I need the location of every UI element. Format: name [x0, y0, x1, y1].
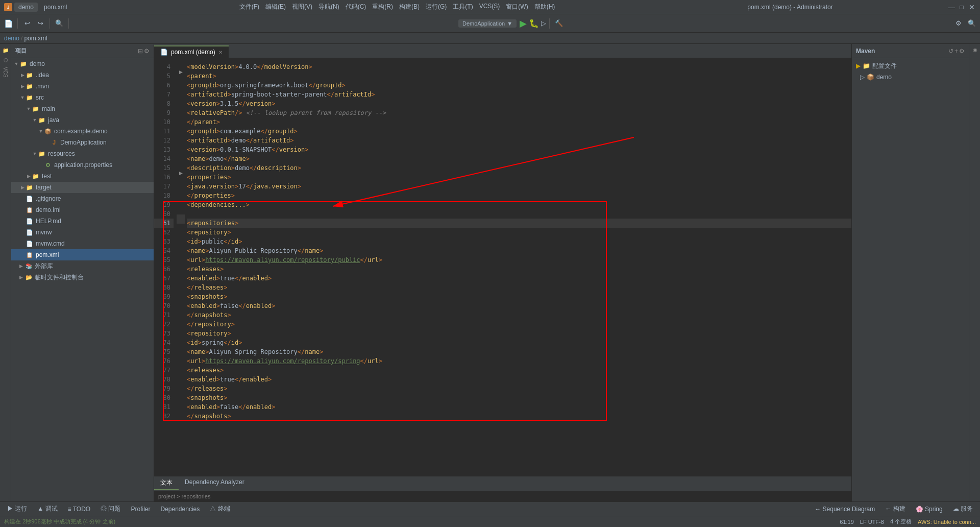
- menu-item-f[interactable]: 文件(F): [236, 2, 262, 12]
- search-button[interactable]: 🔍: [53, 17, 65, 30]
- close-button[interactable]: ✕: [968, 3, 976, 11]
- search-everywhere-button[interactable]: 🔍: [966, 17, 978, 30]
- bottom-tab-0[interactable]: ▶ 运行: [2, 502, 32, 515]
- bottom-tab-5[interactable]: Dependencies: [156, 504, 205, 515]
- sidebar-project-icon[interactable]: 📁: [2, 46, 9, 54]
- tree-item-application.properties[interactable]: ⚙application.properties: [11, 159, 154, 171]
- maximize-button[interactable]: □: [958, 3, 966, 11]
- tree-item-demo[interactable]: ▼📁demo: [11, 58, 154, 69]
- line-col-indicator[interactable]: 61:19: [840, 519, 854, 525]
- menu-item-c[interactable]: 代码(C): [342, 2, 370, 12]
- cloud-status[interactable]: AWS: Unable to conn...: [918, 519, 976, 525]
- tree-item-mvnw[interactable]: 📄mvnw: [11, 227, 154, 238]
- redo-button[interactable]: ↪: [34, 17, 46, 30]
- code-line-12: <artifactId>demo</artifactId>: [187, 136, 851, 145]
- prop-icon: ⚙: [44, 161, 52, 169]
- sequence-tab-2[interactable]: 🌸 Spring: [911, 504, 948, 515]
- tree-item-mvn[interactable]: ▶📁.mvn: [11, 81, 154, 92]
- maven-item-demo[interactable]: ▷ 📦 demo: [852, 71, 969, 83]
- menu-item-vcss[interactable]: VCS(S): [476, 2, 503, 12]
- maven-title: Maven: [856, 47, 875, 55]
- tree-item-mvnw.cmd[interactable]: 📄mvnw.cmd: [11, 238, 154, 249]
- maven-settings-button[interactable]: ⚙: [959, 47, 965, 55]
- tree-item-test[interactable]: ▶📁test: [11, 171, 154, 182]
- collapse-all-button[interactable]: ⊟: [138, 47, 143, 55]
- settings-sidebar-button[interactable]: ⚙: [144, 47, 150, 55]
- tree-label: pom.xml: [36, 251, 59, 258]
- run-button[interactable]: ▶: [520, 18, 527, 29]
- tree-item-external[interactable]: ▶📚外部库: [11, 260, 154, 272]
- indent-indicator[interactable]: 4 个空格: [890, 518, 912, 525]
- editor-area: 📄 pom.xml (demo) ✕ 456789101112131415161…: [154, 44, 851, 501]
- right-notifications-icon[interactable]: ◉: [971, 46, 978, 54]
- new-file-button[interactable]: 📄: [2, 17, 14, 30]
- tree-item-java[interactable]: ▼📁java: [11, 114, 154, 126]
- menu-item-g[interactable]: 运行(G): [423, 2, 450, 12]
- settings-button[interactable]: ⚙: [952, 17, 965, 30]
- build-button[interactable]: 🔨: [553, 17, 565, 30]
- bottom-tab-6[interactable]: △ 终端: [205, 502, 235, 515]
- sequence-tab-1[interactable]: ← 构建: [880, 502, 910, 515]
- code-line-65: <url>https://maven.aliyun.com/repository…: [187, 255, 851, 265]
- tree-item-target[interactable]: ▶📁target: [11, 182, 154, 193]
- bottom-tab-3[interactable]: ◎ 问题: [95, 502, 126, 515]
- bottom-tab-4[interactable]: Profiler: [126, 504, 155, 515]
- code-line-69: <snapshots>: [187, 292, 851, 301]
- tree-item-HELP.md[interactable]: 📄HELP.md: [11, 215, 154, 227]
- maven-refresh-button[interactable]: ↺: [948, 47, 953, 55]
- tree-item-idea[interactable]: ▶📁.idea: [11, 69, 154, 81]
- code-line-10: </parent>: [187, 117, 851, 127]
- tree-item-demo.iml[interactable]: 📋demo.iml: [11, 204, 154, 215]
- editor-tab-pomxml[interactable]: 📄 pom.xml (demo) ✕: [154, 45, 229, 58]
- code-line-19: <dependencies...>: [187, 200, 851, 209]
- bottom-tab-2[interactable]: ≡ TODO: [63, 504, 96, 515]
- tree-item-src[interactable]: ▼📁src: [11, 92, 154, 103]
- maven-add-button[interactable]: +: [954, 47, 958, 55]
- menu-item-w[interactable]: 窗口(W): [503, 2, 531, 12]
- code-line-13: <version>0.0.1-SNAPSHOT</version>: [187, 145, 851, 154]
- run-coverage-button[interactable]: ▷: [541, 19, 546, 27]
- minimize-button[interactable]: —: [947, 3, 955, 11]
- tab-close-icon[interactable]: ✕: [218, 50, 223, 55]
- undo-button[interactable]: ↩: [21, 17, 33, 30]
- tree-item-temp-files[interactable]: ▶📂临时文件和控制台: [11, 272, 154, 283]
- tree-item-DemoApplication[interactable]: JDemoApplication: [11, 137, 154, 148]
- code-text[interactable]: <modelVersion>4.0.0</modelVersion> <pare…: [185, 58, 851, 476]
- tree-label: main: [42, 105, 55, 112]
- menu-item-e[interactable]: 编辑(E): [262, 2, 289, 12]
- tree-item-com.example.demo[interactable]: ▼📦com.example.demo: [11, 126, 154, 137]
- editor-bottom-tab-1[interactable]: Dependency Analyzer: [179, 476, 251, 490]
- maven-tree: ▶ 📁 配置文件 ▷ 📦 demo: [852, 58, 969, 501]
- menu-item-n[interactable]: 导航(N): [315, 2, 342, 12]
- sequence-tab-0[interactable]: ↔ Sequence Diagram: [810, 504, 880, 515]
- menu-item-h[interactable]: 帮助(H): [531, 2, 558, 12]
- structure-icon[interactable]: ⬡: [2, 56, 9, 64]
- menu-item-r[interactable]: 重构(R): [369, 2, 396, 12]
- project-tab[interactable]: demo: [14, 3, 38, 12]
- encoding-indicator[interactable]: LF UTF-8: [860, 519, 884, 525]
- code-line-78: <enabled>true</enabled>: [187, 375, 851, 384]
- code-editor[interactable]: 4567891011121314151617181960616263646566…: [154, 58, 851, 476]
- debug-button[interactable]: 🐛: [529, 18, 539, 28]
- tree-item-main[interactable]: ▼📁main: [11, 103, 154, 114]
- folder-icon: 📁: [26, 71, 34, 79]
- menu-item-v[interactable]: 视图(V): [289, 2, 315, 12]
- vcs-icon[interactable]: VCS: [2, 66, 9, 79]
- menu-item-b[interactable]: 构建(B): [396, 2, 423, 12]
- code-line-17: <java.version>17</java.version>: [187, 182, 851, 191]
- file-tab[interactable]: pom.xml: [40, 3, 71, 12]
- bottom-tab-1[interactable]: ▲ 调试: [32, 502, 62, 515]
- file-icon: 📄: [26, 217, 34, 225]
- breadcrumb-pomxml[interactable]: pom.xml: [24, 35, 47, 42]
- tree-item-pom.xml[interactable]: 📋pom.xml: [11, 249, 154, 260]
- maven-item-profiles[interactable]: ▶ 📁 配置文件: [852, 60, 969, 71]
- sequence-tab-3[interactable]: ☁ 服务: [948, 502, 978, 515]
- nav-bar: demo / pom.xml: [0, 33, 980, 44]
- run-config-selector[interactable]: DemoApplication ▼: [458, 19, 517, 28]
- tree-item-.gitignore[interactable]: 📄.gitignore: [11, 193, 154, 204]
- editor-bottom-tab-0[interactable]: 文本: [154, 476, 179, 490]
- breadcrumb-demo[interactable]: demo: [4, 35, 19, 42]
- tree-item-resources[interactable]: ▼📁resources: [11, 148, 154, 159]
- code-line-7: <artifactId>spring-boot-starter-parent</…: [187, 90, 851, 99]
- menu-item-t[interactable]: 工具(T): [450, 2, 476, 12]
